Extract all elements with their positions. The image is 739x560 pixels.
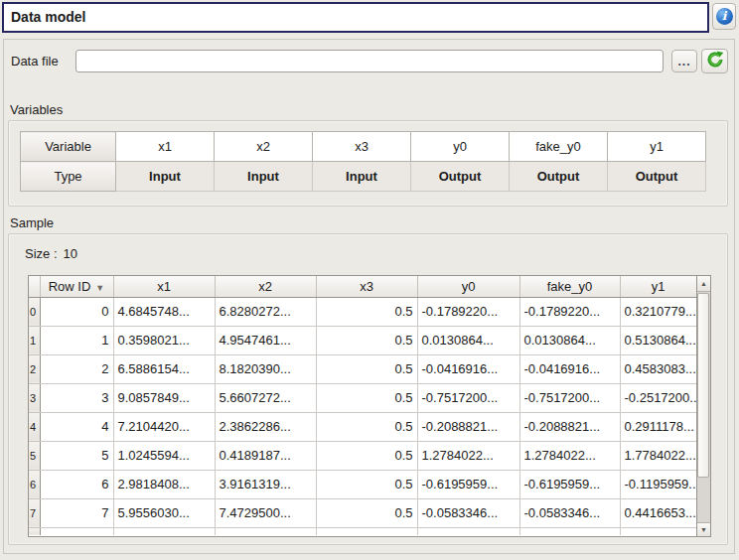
row-header[interactable]: 6 — [29, 470, 40, 498]
sample-cell[interactable] — [417, 527, 519, 535]
sample-column-header[interactable]: y1 — [620, 276, 696, 297]
sample-cell[interactable]: 0.5 — [316, 383, 417, 412]
sample-cell[interactable]: 0.5 — [316, 470, 417, 498]
sample-cell[interactable]: 2.9818408... — [113, 470, 215, 498]
sample-cell[interactable]: 0.3210779... — [620, 297, 696, 326]
vertical-scrollbar[interactable]: ▲ ▼ — [696, 276, 710, 536]
row-header[interactable]: 5 — [29, 441, 40, 470]
sample-cell[interactable]: 1 — [40, 326, 113, 354]
sample-cell[interactable]: 6 — [40, 470, 113, 498]
sample-cell[interactable] — [316, 527, 417, 535]
sample-column-header[interactable]: Row ID▼ — [40, 276, 113, 297]
sample-cell[interactable]: 0.5 — [316, 412, 417, 441]
sample-cell[interactable]: 0.4416653... — [620, 498, 696, 527]
sample-corner-header[interactable] — [29, 276, 40, 297]
variable-name-cell[interactable]: x1 — [116, 132, 215, 162]
sample-cell[interactable]: 0.0130864... — [417, 326, 519, 354]
sample-cell[interactable]: 9.0857849... — [113, 383, 215, 412]
sample-cell[interactable]: 4.9547461... — [215, 326, 316, 354]
sample-cell[interactable]: -0.7517200... — [417, 383, 519, 412]
sample-cell[interactable] — [519, 527, 620, 535]
sample-cell[interactable]: 3.9161319... — [215, 470, 316, 498]
sample-cell[interactable]: -0.0416916... — [519, 354, 620, 383]
sample-cell[interactable]: 6.5886154... — [113, 354, 215, 383]
scrollbar-thumb[interactable] — [697, 293, 709, 478]
sample-cell[interactable]: 0.5130864... — [620, 326, 696, 354]
data-file-input[interactable] — [75, 50, 664, 72]
variable-type-cell[interactable]: Output — [411, 162, 510, 192]
refresh-button[interactable] — [701, 49, 728, 73]
sample-cell[interactable]: 0.5 — [316, 297, 417, 326]
sample-cell[interactable]: 0.5 — [316, 441, 417, 470]
variables-row-header[interactable]: Type — [21, 162, 116, 192]
browse-button[interactable]: ... — [671, 50, 697, 72]
sample-cell[interactable]: 1.7784022... — [620, 441, 696, 470]
variable-name-cell[interactable]: x2 — [215, 132, 313, 162]
variable-name-cell[interactable]: y0 — [411, 132, 510, 162]
sample-cell[interactable]: -0.0583346... — [519, 498, 620, 527]
info-button[interactable]: i — [712, 3, 736, 30]
sample-cell[interactable]: 0.5 — [316, 498, 417, 527]
sample-cell[interactable]: 0.2911178... — [620, 412, 696, 441]
row-header[interactable] — [29, 527, 40, 535]
sample-cell[interactable]: -0.1789220... — [417, 297, 519, 326]
sample-cell[interactable]: 4 — [40, 412, 113, 441]
variable-type-cell[interactable]: Input — [116, 162, 215, 192]
sample-cell[interactable]: 6.8280272... — [215, 297, 316, 326]
sample-cell[interactable]: 7.4729500... — [215, 498, 316, 527]
variables-row-header[interactable]: Variable — [21, 132, 116, 162]
row-header[interactable]: 3 — [29, 383, 40, 412]
row-header[interactable]: 2 — [29, 354, 40, 383]
sample-cell[interactable]: 7.2104420... — [113, 412, 215, 441]
sample-cell[interactable] — [40, 527, 113, 535]
row-header[interactable]: 7 — [29, 498, 40, 527]
sample-cell[interactable]: -0.6195959... — [519, 470, 620, 498]
scroll-up-button[interactable]: ▲ — [697, 276, 710, 292]
sample-cell[interactable]: -0.7517200... — [519, 383, 620, 412]
sample-cell[interactable]: 8.1820390... — [215, 354, 316, 383]
sample-column-header[interactable]: x2 — [215, 276, 316, 297]
variable-name-cell[interactable]: y1 — [608, 132, 706, 162]
sample-column-header[interactable]: fake_y0 — [519, 276, 620, 297]
sample-cell[interactable]: 1.2784022... — [519, 441, 620, 470]
scroll-down-button[interactable]: ▼ — [697, 522, 710, 536]
sample-cell[interactable]: -0.2088821... — [417, 412, 519, 441]
sample-cell[interactable]: 5.6607272... — [215, 383, 316, 412]
sample-cell[interactable]: 2 — [40, 354, 113, 383]
variable-type-cell[interactable]: Input — [215, 162, 313, 192]
sample-cell[interactable]: 1.2784022... — [417, 441, 519, 470]
sample-cell[interactable]: 0.4583083... — [620, 354, 696, 383]
sample-cell[interactable]: -0.2517200... — [620, 383, 696, 412]
sample-cell[interactable]: 3 — [40, 383, 113, 412]
variable-type-cell[interactable]: Output — [510, 162, 608, 192]
sample-cell[interactable]: -0.6195959... — [417, 470, 519, 498]
sample-cell[interactable]: -0.1195959... — [620, 470, 696, 498]
sample-cell[interactable]: 5 — [40, 441, 113, 470]
variable-type-cell[interactable]: Output — [608, 162, 706, 192]
sample-cell[interactable]: -0.0416916... — [417, 354, 519, 383]
sample-cell[interactable]: -0.0583346... — [417, 498, 519, 527]
sample-cell[interactable]: -0.1789220... — [519, 297, 620, 326]
sample-cell[interactable] — [113, 527, 215, 535]
sample-cell[interactable]: 0.0130864... — [519, 326, 620, 354]
sample-cell[interactable]: 0.4189187... — [215, 441, 316, 470]
sample-cell[interactable]: 7 — [40, 498, 113, 527]
sample-cell[interactable]: 5.9556030... — [113, 498, 215, 527]
sample-cell[interactable] — [215, 527, 316, 535]
sample-column-header[interactable]: y0 — [417, 276, 519, 297]
sample-cell[interactable]: -0.2088821... — [519, 412, 620, 441]
sample-cell[interactable]: 0 — [40, 297, 113, 326]
sample-cell[interactable]: 1.0245594... — [113, 441, 215, 470]
sample-cell[interactable]: 0.3598021... — [113, 326, 215, 354]
sample-cell[interactable]: 4.6845748... — [113, 297, 215, 326]
sample-column-header[interactable]: x3 — [316, 276, 417, 297]
row-header[interactable]: 1 — [29, 326, 40, 354]
sample-cell[interactable]: 2.3862286... — [215, 412, 316, 441]
sample-cell[interactable]: 0.5 — [316, 354, 417, 383]
sample-column-header[interactable]: x1 — [113, 276, 215, 297]
row-header[interactable]: 0 — [29, 297, 40, 326]
variable-type-cell[interactable]: Input — [313, 162, 411, 192]
sample-cell[interactable]: 0.5 — [316, 326, 417, 354]
variable-name-cell[interactable]: x3 — [313, 132, 411, 162]
row-header[interactable]: 4 — [29, 412, 40, 441]
